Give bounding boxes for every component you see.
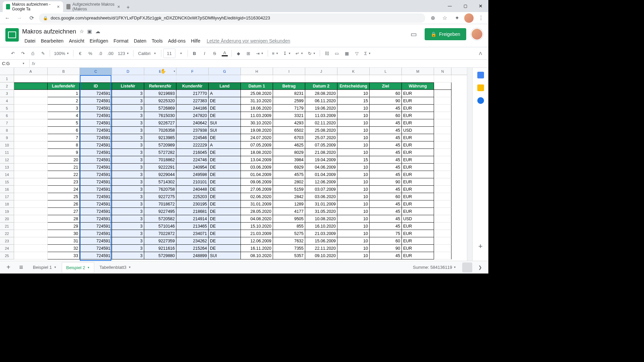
cell[interactable] — [434, 82, 451, 90]
cell[interactable]: 10 — [337, 200, 370, 208]
cell[interactable] — [80, 75, 112, 82]
cell[interactable] — [434, 193, 451, 200]
add-sheet-button[interactable]: + — [3, 262, 13, 273]
cell[interactable]: 9227359 — [144, 237, 176, 245]
tasks-addon-icon[interactable] — [477, 97, 484, 104]
cell[interactable] — [14, 230, 48, 237]
cell[interactable]: 724591 — [80, 90, 112, 97]
cell[interactable]: 724591 — [80, 164, 112, 171]
all-sheets-button[interactable]: ≡ — [16, 262, 26, 273]
font-size-input[interactable]: 11 — [163, 49, 175, 58]
cell[interactable] — [434, 245, 451, 252]
cell[interactable]: 724591 — [80, 127, 112, 134]
cell[interactable]: 10 — [337, 119, 370, 127]
cell[interactable] — [434, 156, 451, 164]
cell[interactable]: 18.08.2020 — [241, 149, 273, 156]
cell[interactable]: 15 — [337, 97, 370, 105]
cell[interactable]: 3 — [112, 186, 144, 193]
row-header[interactable]: 23 — [0, 237, 14, 245]
menu-bearbeiten[interactable]: Bearbeiten — [39, 37, 66, 45]
cell[interactable]: 10 — [337, 171, 370, 178]
cell[interactable]: 8 — [48, 141, 80, 149]
cell[interactable] — [14, 215, 48, 223]
cell[interactable]: 21.03.2009 — [305, 230, 337, 237]
link-button[interactable]: ⛓ — [322, 49, 331, 58]
name-box-input[interactable] — [0, 61, 20, 66]
forward-button[interactable]: → — [15, 13, 24, 23]
cell[interactable]: Land — [209, 82, 241, 90]
row-header[interactable]: 2 — [0, 82, 14, 90]
paint-format-button[interactable]: ✎ — [38, 49, 48, 58]
cell[interactable]: 30 — [48, 230, 80, 237]
cell[interactable]: Währung — [402, 82, 434, 90]
cell[interactable]: 6703 — [273, 134, 305, 141]
cell[interactable]: 244186 — [176, 105, 209, 112]
cell[interactable]: 11.03.2009 — [241, 112, 273, 119]
cell[interactable]: 07.05.2009 — [305, 141, 337, 149]
column-header-D[interactable]: D — [112, 68, 144, 75]
row-header[interactable]: 4 — [0, 97, 14, 105]
font-select[interactable]: Calibri▼ — [136, 49, 159, 58]
cell[interactable]: 3 — [112, 208, 144, 215]
cell[interactable]: 2842 — [273, 193, 305, 200]
cell[interactable]: 10 — [337, 127, 370, 134]
column-header-K[interactable]: K — [337, 68, 370, 75]
cell[interactable]: 3 — [112, 112, 144, 119]
cell[interactable]: 10 — [337, 208, 370, 215]
cell[interactable] — [14, 75, 48, 82]
cell[interactable]: 3 — [112, 230, 144, 237]
cell[interactable]: 12.06.2009 — [241, 237, 273, 245]
cell[interactable]: 16.10.2020 — [305, 223, 337, 230]
cell[interactable]: 31 — [48, 237, 80, 245]
cell[interactable]: 6 — [48, 127, 80, 134]
cell[interactable]: EUR — [402, 186, 434, 193]
cell[interactable]: 3 — [112, 237, 144, 245]
cell[interactable]: 5727282 — [144, 149, 176, 156]
cell[interactable] — [14, 82, 48, 90]
cell[interactable]: 224546 — [176, 134, 209, 141]
cell[interactable]: 21 — [48, 164, 80, 171]
cell[interactable]: 31.05.2020 — [305, 208, 337, 215]
cell[interactable] — [273, 75, 305, 82]
cell[interactable]: 7018862 — [144, 156, 176, 164]
browser-tab-active[interactable]: Makros aufzeichnen - Google Ta × — [3, 1, 63, 12]
cell[interactable]: 724591 — [80, 237, 112, 245]
cell[interactable]: 724591 — [80, 156, 112, 164]
cell[interactable]: 2802 — [273, 178, 305, 186]
cell[interactable]: 04.08.2020 — [241, 215, 273, 223]
cell[interactable]: 28 — [48, 215, 80, 223]
cell[interactable]: 15 — [337, 156, 370, 164]
cell[interactable]: EUR — [402, 97, 434, 105]
cell[interactable]: 25.07.2020 — [305, 134, 337, 141]
explore-button[interactable] — [462, 262, 472, 273]
cell[interactable]: 03.07.2009 — [305, 186, 337, 193]
cell[interactable]: DE — [209, 149, 241, 156]
cell[interactable]: 4625 — [273, 141, 305, 149]
keep-addon-icon[interactable] — [477, 84, 484, 91]
strike-button[interactable]: S — [210, 49, 219, 58]
sheet-tab[interactable]: Tabellenblatt3▼ — [96, 262, 135, 273]
cell[interactable]: 21.03.2009 — [241, 230, 273, 237]
cell[interactable]: 15.06.2009 — [305, 237, 337, 245]
bold-button[interactable]: B — [190, 49, 199, 58]
cell[interactable] — [14, 237, 48, 245]
menu-addons[interactable]: Add-ons — [166, 37, 188, 45]
star-icon[interactable]: ☆ — [440, 13, 449, 23]
cell[interactable]: 724591 — [80, 97, 112, 105]
cell[interactable]: DE — [209, 186, 241, 193]
cell[interactable]: 7632 — [273, 237, 305, 245]
cell[interactable]: 10 — [337, 237, 370, 245]
cell[interactable]: 3 — [112, 141, 144, 149]
cell[interactable] — [241, 75, 273, 82]
extensions-icon[interactable]: ✦ — [452, 13, 462, 23]
column-header-G[interactable]: G — [209, 68, 241, 75]
menu-datei[interactable]: Datei — [22, 37, 38, 45]
cell[interactable]: 724591 — [80, 223, 112, 230]
cell[interactable]: A — [209, 141, 241, 149]
cell[interactable]: 6929 — [273, 164, 305, 171]
row-header[interactable]: 13 — [0, 164, 14, 171]
profile-avatar[interactable] — [464, 13, 474, 23]
cell[interactable]: 33 — [48, 252, 80, 259]
cell[interactable]: 02.06.2020 — [241, 193, 273, 200]
cell[interactable]: 2599 — [273, 97, 305, 105]
